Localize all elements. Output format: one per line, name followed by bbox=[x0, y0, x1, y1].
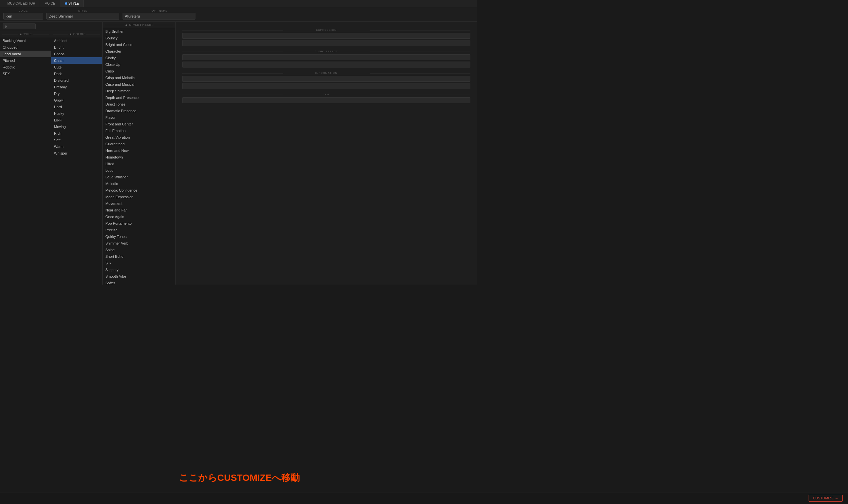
expression-section: EXPRESSION bbox=[182, 29, 470, 46]
color-header: ▲ COLOR bbox=[51, 31, 102, 37]
information-label: INFORMATION bbox=[182, 71, 470, 74]
type-list-item[interactable]: Chopped bbox=[0, 44, 51, 51]
style-preset-item[interactable]: Slippery bbox=[103, 266, 175, 273]
style-preset-item[interactable]: Character bbox=[103, 48, 175, 55]
information-section: INFORMATION bbox=[182, 71, 470, 89]
type-list-item[interactable]: Backing Vocal bbox=[0, 37, 51, 44]
color-list-item[interactable]: Growl bbox=[51, 97, 102, 104]
style-preset-item[interactable]: Guaranteed bbox=[103, 141, 175, 147]
style-preset-item[interactable]: Shimmer Verb bbox=[103, 240, 175, 247]
style-preset-item[interactable]: Close Up bbox=[103, 61, 175, 68]
style-preset-item[interactable]: Precise bbox=[103, 227, 175, 233]
top-tab-bar: MUSICAL EDITOR VOICE STYLE bbox=[0, 0, 477, 7]
style-preset-item[interactable]: Direct Tones bbox=[103, 101, 175, 108]
style-preset-item[interactable]: Shine bbox=[103, 247, 175, 253]
information-bar bbox=[182, 76, 470, 82]
color-list-item[interactable]: Hard bbox=[51, 104, 102, 110]
tab-style-label: STYLE bbox=[69, 2, 79, 5]
style-preset-item[interactable]: Full Emotion bbox=[103, 127, 175, 134]
tag-section: TAG bbox=[182, 93, 470, 103]
expression-bar-2 bbox=[182, 40, 470, 46]
type-column: ▲ TYPE Backing VocalChoppedLead VocalPit… bbox=[0, 31, 51, 285]
field-row: VOICE STYLE PART NAME bbox=[0, 7, 477, 22]
type-list: Backing VocalChoppedLead VocalPitchedRob… bbox=[0, 37, 51, 77]
style-preset-item[interactable]: Silk bbox=[103, 260, 175, 266]
expression-label: EXPRESSION bbox=[182, 29, 470, 32]
style-preset-header: ▲ STYLE PRESET bbox=[103, 22, 175, 28]
middle-panel: ▲ STYLE PRESET Big BrotherBouncyBright a… bbox=[103, 22, 176, 285]
information-bar-2 bbox=[182, 83, 470, 89]
style-preset-item[interactable]: Great Vibration bbox=[103, 134, 175, 141]
lists-row: ▲ TYPE Backing VocalChoppedLead VocalPit… bbox=[0, 31, 102, 285]
color-list-item[interactable]: Whisper bbox=[51, 150, 102, 157]
style-preset-item[interactable]: Pop Portamento bbox=[103, 220, 175, 227]
color-list-item[interactable]: Ambient bbox=[51, 37, 102, 44]
search-input[interactable] bbox=[3, 23, 36, 29]
style-preset-item[interactable]: Smooth Vibe bbox=[103, 273, 175, 280]
style-preset-item[interactable]: Bright and Close bbox=[103, 41, 175, 48]
expression-bar bbox=[182, 33, 470, 39]
style-preset-item[interactable]: Crisp bbox=[103, 68, 175, 74]
color-list-item[interactable]: Dreamy bbox=[51, 84, 102, 90]
style-preset-item[interactable]: Dramatic Presence bbox=[103, 108, 175, 114]
style-preset-item[interactable]: Deep Shimmer bbox=[103, 88, 175, 94]
style-preset-item[interactable]: Melodic bbox=[103, 180, 175, 187]
style-preset-item[interactable]: Loud Whisper bbox=[103, 174, 175, 180]
style-preset-item[interactable]: Mood Expression bbox=[103, 194, 175, 200]
style-preset-item[interactable]: Quirky Tones bbox=[103, 233, 175, 240]
style-preset-item[interactable]: Big Brother bbox=[103, 28, 175, 35]
type-list-item[interactable]: Lead Vocal bbox=[0, 51, 51, 57]
tag-bar bbox=[182, 97, 470, 103]
style-preset-item[interactable]: Softer bbox=[103, 280, 175, 285]
style-preset-item[interactable]: Crisp and Musical bbox=[103, 81, 175, 88]
color-list-item[interactable]: Soft bbox=[51, 137, 102, 143]
style-preset-item[interactable]: Near and Far bbox=[103, 207, 175, 213]
color-list: AmbientBrightChaosCleanCuteDarkDistorted… bbox=[51, 37, 102, 157]
style-preset-item[interactable]: Crisp and Melodic bbox=[103, 74, 175, 81]
style-preset-item[interactable]: Movement bbox=[103, 200, 175, 207]
tab-musical-editor-label: MUSICAL EDITOR bbox=[7, 2, 35, 5]
color-list-item[interactable]: Bright bbox=[51, 44, 102, 51]
audio-effect-section: AUDIO EFFECT bbox=[182, 50, 470, 68]
style-preset-item[interactable]: Clarity bbox=[103, 55, 175, 61]
style-preset-item[interactable]: Front and Center bbox=[103, 121, 175, 127]
color-list-item[interactable]: Warm bbox=[51, 143, 102, 150]
color-list-item[interactable]: Chaos bbox=[51, 51, 102, 57]
color-list-item[interactable]: Lo-Fi bbox=[51, 117, 102, 123]
type-list-item[interactable]: SFX bbox=[0, 71, 51, 77]
part-name-input[interactable] bbox=[123, 13, 195, 19]
color-list-item[interactable]: Dark bbox=[51, 71, 102, 77]
audio-effect-label: AUDIO EFFECT bbox=[182, 50, 470, 53]
audio-effect-bar bbox=[182, 54, 470, 60]
style-preset-item[interactable]: Loud bbox=[103, 167, 175, 174]
style-field-label: STYLE bbox=[46, 9, 119, 12]
voice-input[interactable] bbox=[3, 13, 43, 19]
style-preset-item[interactable]: Flavor bbox=[103, 114, 175, 121]
style-preset-item[interactable]: Melodic Confidence bbox=[103, 187, 175, 194]
type-list-item[interactable]: Pitched bbox=[0, 57, 51, 64]
tab-style[interactable]: STYLE bbox=[60, 0, 84, 7]
style-preset-item[interactable]: Bouncy bbox=[103, 35, 175, 41]
tag-label: TAG bbox=[182, 93, 470, 96]
voice-field-label: VOICE bbox=[3, 9, 43, 12]
color-list-item[interactable]: Dry bbox=[51, 90, 102, 97]
style-input[interactable] bbox=[46, 13, 119, 19]
part-name-field-label: PART NAME bbox=[123, 9, 195, 12]
style-preset-item[interactable]: Here and Now bbox=[103, 147, 175, 154]
color-list-item[interactable]: Rich bbox=[51, 130, 102, 137]
color-list-item[interactable]: Moving bbox=[51, 123, 102, 130]
type-list-item[interactable]: Robotic bbox=[0, 64, 51, 71]
color-list-item[interactable]: Cute bbox=[51, 64, 102, 71]
right-panel: EXPRESSION AUDIO EFFECT INFORMATION TAG bbox=[176, 22, 477, 285]
style-preset-item[interactable]: Short Echo bbox=[103, 253, 175, 260]
part-name-field-group: PART NAME bbox=[123, 9, 195, 19]
color-list-item[interactable]: Distorted bbox=[51, 77, 102, 84]
color-list-item[interactable]: Clean bbox=[51, 57, 102, 64]
style-preset-item[interactable]: Once Again bbox=[103, 213, 175, 220]
style-preset-item[interactable]: Depth and Presence bbox=[103, 94, 175, 101]
color-list-item[interactable]: Husky bbox=[51, 110, 102, 117]
tab-voice[interactable]: VOICE bbox=[40, 0, 60, 7]
style-preset-item[interactable]: Lifted bbox=[103, 161, 175, 167]
tab-musical-editor[interactable]: MUSICAL EDITOR bbox=[3, 0, 40, 7]
style-preset-item[interactable]: Hometown bbox=[103, 154, 175, 161]
